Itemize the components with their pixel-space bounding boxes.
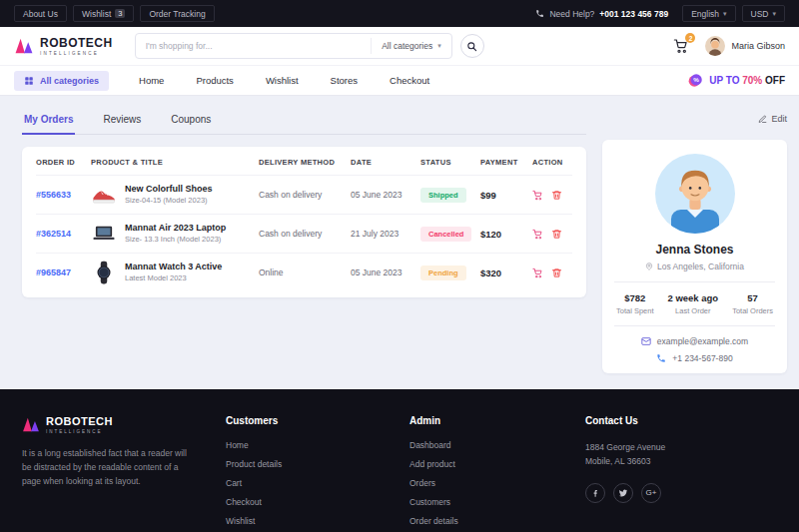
tab-coupons[interactable]: Coupons — [169, 106, 213, 134]
tab-reviews[interactable]: Reviews — [101, 106, 143, 134]
stat-total-spent: $782Total Spent — [616, 292, 654, 315]
order-id-link[interactable]: #965847 — [36, 267, 71, 277]
profile-phone[interactable]: +1 234-567-890 — [672, 353, 732, 363]
product-subtitle: Size-04-15 (Model 2023) — [125, 196, 213, 206]
all-categories-label: All categories — [40, 76, 99, 86]
envelope-icon — [641, 336, 651, 346]
footer-link-orders[interactable]: Orders — [409, 478, 549, 488]
stat-label: Last Order — [667, 306, 718, 315]
search-input[interactable] — [136, 41, 371, 51]
cart-icon — [532, 190, 543, 201]
delivery-method: Online — [259, 267, 351, 277]
phone-icon — [656, 353, 666, 363]
product-title[interactable]: Mannat Watch 3 Active — [125, 262, 222, 273]
profile-avatar — [655, 154, 735, 234]
about-us-label: About Us — [23, 9, 58, 19]
facebook-button[interactable] — [585, 483, 605, 503]
address-line-2: Mobile, AL 36603 — [585, 454, 777, 468]
facebook-icon — [590, 488, 600, 498]
footer-link-product-details[interactable]: Product details — [226, 459, 374, 469]
topbar-links: About Us Wishlist3 Order Tracking — [14, 5, 215, 22]
trash-icon — [551, 190, 562, 201]
brand-name: ROBOTECH — [40, 37, 113, 49]
header-right: 2 Maria Gibson — [673, 36, 785, 56]
product-title[interactable]: New Colorfull Shoes — [125, 184, 213, 196]
footer-brand-subtitle: INTELLIGENCE — [46, 429, 113, 434]
currency-select[interactable]: USD▾ — [742, 5, 785, 22]
header-product-title: PRODUCT & TITLE — [91, 158, 259, 167]
svg-text:%: % — [694, 76, 700, 83]
cart-icon — [532, 267, 543, 278]
language-value: English — [691, 9, 719, 19]
order-id-link[interactable]: #362514 — [36, 229, 71, 239]
nav-item-wishlist[interactable]: Wishlist — [266, 75, 299, 86]
nav-item-products[interactable]: Products — [196, 75, 234, 86]
product-subtitle: Size- 13.3 Inch (Model 2023) — [125, 235, 226, 245]
footer-link-add-product[interactable]: Add product — [409, 459, 549, 469]
profile-stats: $782Total Spent 2 week agoLast Order 57T… — [614, 292, 775, 315]
footer-link-cart[interactable]: Cart — [226, 478, 374, 488]
order-tracking-link[interactable]: Order Tracking — [140, 5, 214, 22]
tab-my-orders[interactable]: My Orders — [22, 106, 75, 135]
footer-column-title: Admin — [409, 415, 549, 426]
footer-link-checkout[interactable]: Checkout — [226, 497, 374, 507]
search-category-select[interactable]: All categories▾ — [371, 38, 451, 54]
edit-profile-button[interactable]: Edit — [602, 106, 787, 132]
delivery-method: Cash on delivery — [259, 190, 351, 200]
footer-link-order-details[interactable]: Order details — [409, 516, 549, 526]
wishlist-label: Wishlist — [82, 9, 111, 19]
all-categories-button[interactable]: All categories — [14, 71, 109, 91]
add-to-cart-button[interactable] — [532, 229, 543, 240]
profile-name: Jenna Stones — [614, 243, 775, 257]
profile-card: Jenna Stones Los Angeles, California $78… — [602, 140, 787, 373]
product-text: Mannat Air 2023 Laptop Size- 13.3 Inch (… — [125, 223, 226, 244]
nav-bar: All categories Home Products Wishlist St… — [0, 65, 799, 96]
nav-item-home[interactable]: Home — [139, 75, 164, 86]
table-row: #362514 Mannat Air 2023 Laptop Size- 13.… — [36, 214, 572, 253]
brand-logo-icon — [22, 417, 40, 432]
google-plus-button[interactable]: G+ — [641, 483, 661, 503]
search-button[interactable] — [460, 34, 484, 58]
promo-banner: % UP TO 70% OFF — [688, 73, 785, 88]
chevron-down-icon: ▾ — [772, 10, 776, 18]
stat-last-order: 2 week agoLast Order — [667, 292, 718, 315]
order-id-link[interactable]: #556633 — [36, 190, 71, 200]
cart-button[interactable]: 2 — [673, 38, 689, 54]
brand-logo[interactable]: ROBOTECH INTELLIGENCE — [14, 37, 113, 56]
profile-email[interactable]: example@example.com — [657, 336, 748, 346]
user-menu[interactable]: Maria Gibson — [705, 36, 785, 56]
nav-item-checkout[interactable]: Checkout — [390, 75, 429, 86]
delete-order-button[interactable] — [551, 267, 562, 278]
add-to-cart-button[interactable] — [532, 190, 543, 201]
promo-prefix: UP TO — [709, 75, 739, 86]
header-action: ACTION — [532, 158, 572, 167]
product-image-shoe — [91, 182, 117, 208]
product-title[interactable]: Mannat Air 2023 Laptop — [125, 223, 226, 235]
language-select[interactable]: English▾ — [682, 5, 735, 22]
twitter-button[interactable] — [613, 483, 633, 503]
about-us-link[interactable]: About Us — [14, 5, 67, 22]
trash-icon — [551, 229, 562, 240]
table-row: #965847 Mannat Watch 3 Active Latest Mod… — [36, 253, 572, 291]
nav-item-stores[interactable]: Stores — [331, 75, 358, 86]
footer-column-title: Contact Us — [585, 415, 777, 426]
add-to-cart-button[interactable] — [532, 267, 543, 278]
help-phone-number[interactable]: +001 123 456 789 — [599, 9, 668, 19]
need-help-label: Need Help? — [549, 9, 594, 19]
payment-amount: $320 — [480, 267, 501, 278]
footer-link-dashboard[interactable]: Dashboard — [409, 440, 549, 450]
footer-column-customers: Customers Home Product details Cart Chec… — [226, 415, 374, 532]
footer-link-wishlist[interactable]: Wishlist — [226, 516, 374, 526]
delete-order-button[interactable] — [551, 229, 562, 240]
footer-link-home[interactable]: Home — [226, 440, 374, 450]
orders-column: My Orders Reviews Coupons ORDER ID PRODU… — [22, 106, 586, 297]
product-image-watch — [91, 260, 117, 285]
order-tracking-label: Order Tracking — [149, 9, 205, 19]
currency-value: USD — [751, 9, 769, 19]
header-date: DATE — [351, 158, 420, 167]
promo-text: UP TO 70% OFF — [709, 75, 785, 86]
wishlist-link[interactable]: Wishlist3 — [73, 5, 134, 22]
footer-link-customers[interactable]: Customers — [409, 497, 549, 507]
product-subtitle: Latest Model 2023 — [125, 273, 222, 283]
delete-order-button[interactable] — [551, 190, 562, 201]
